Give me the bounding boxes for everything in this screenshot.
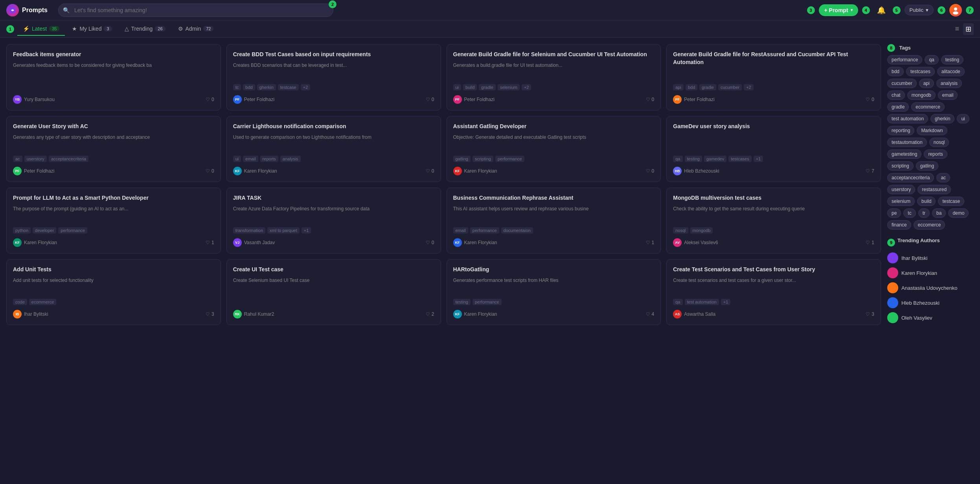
sidebar-tag[interactable]: restassured [917, 185, 951, 194]
card-item[interactable]: Carrier Lighthouse notification comparis… [226, 116, 441, 182]
sidebar-tag[interactable]: userstory [887, 185, 915, 194]
sidebar-tag[interactable]: ecommerce [911, 102, 945, 112]
card-likes[interactable]: ♡ 3 [866, 311, 874, 317]
sidebar-tag[interactable]: chat [887, 90, 905, 100]
card-item[interactable]: Feedback items generator Generates feedb… [6, 44, 221, 110]
card-likes[interactable]: ♡ 4 [646, 311, 655, 317]
card-tag[interactable]: cucumber [718, 84, 742, 90]
sidebar-tag[interactable]: ui [957, 114, 969, 123]
card-likes[interactable]: ♡ 7 [866, 168, 874, 174]
card-likes[interactable]: ♡ 2 [426, 311, 434, 317]
card-item[interactable]: Create UI Test case Create Selenium base… [226, 259, 441, 325]
card-tag[interactable]: reports [260, 156, 278, 162]
card-likes[interactable]: ♡ 3 [206, 311, 214, 317]
card-likes[interactable]: ♡ 0 [646, 168, 655, 174]
card-item[interactable]: Add Unit Tests Add unit tests for select… [6, 259, 221, 325]
card-tag[interactable]: email [243, 156, 258, 162]
card-item[interactable]: HARtoGatling Generates performance test … [447, 259, 661, 325]
list-view-button[interactable]: ≡ [952, 23, 962, 35]
sidebar-tag[interactable]: gatling [916, 161, 938, 171]
card-tag[interactable]: ecommerce [29, 299, 56, 305]
card-item[interactable]: Generate Build Gradle file for RestAssur… [666, 44, 881, 110]
card-tag[interactable]: tc [233, 84, 241, 90]
card-tag[interactable]: performance [473, 299, 502, 305]
card-likes[interactable]: ♡ 0 [206, 168, 214, 174]
card-tag[interactable]: api [673, 84, 684, 90]
trending-author-row[interactable]: Hleb Bzhezouski [887, 295, 974, 310]
card-item[interactable]: Business Communication Rephrase Assistan… [447, 188, 661, 254]
sidebar-tag[interactable]: gametesting [887, 149, 921, 159]
card-tag[interactable]: ui [233, 156, 241, 162]
sidebar-tag[interactable]: bdd [887, 67, 904, 76]
sidebar-tag[interactable]: scripting [887, 161, 914, 171]
card-tag[interactable]: qa [673, 156, 682, 162]
card-tag[interactable]: +2 [522, 84, 531, 90]
sidebar-tag[interactable]: acceptancecriteria [887, 173, 934, 182]
sidebar-tag[interactable]: testcase [938, 197, 964, 206]
card-item[interactable]: GameDev user story analysis qatestinggam… [666, 116, 881, 182]
card-tag[interactable]: testcase [278, 84, 299, 90]
trending-author-row[interactable]: Oleh Vasyliev [887, 310, 974, 325]
sidebar-tag[interactable]: gradle [887, 102, 909, 112]
card-tag[interactable]: python [13, 227, 31, 234]
tab-admin[interactable]: ⚙ Admin 72 [173, 22, 219, 36]
card-tag[interactable]: gradle [479, 84, 496, 90]
card-tag[interactable]: qa [673, 299, 682, 305]
sidebar-tag[interactable]: api [919, 79, 934, 88]
card-tag[interactable]: +2 [301, 84, 311, 90]
grid-view-button[interactable]: ⊞ [963, 23, 974, 35]
sidebar-tag[interactable]: testautomation [887, 138, 927, 147]
sidebar-tag[interactable]: cucumber [887, 79, 917, 88]
sidebar-tag[interactable]: finance [887, 220, 911, 230]
trending-author-row[interactable]: Anastasiia Udovychenko [887, 280, 974, 295]
card-tag[interactable]: bdd [686, 84, 697, 90]
sidebar-tag[interactable]: tc [903, 208, 916, 218]
card-tag[interactable]: performance [58, 227, 87, 234]
tab-my-liked[interactable]: ★ My Liked 3 [66, 22, 117, 36]
card-likes[interactable]: ♡ 0 [426, 240, 434, 245]
sidebar-tag[interactable]: reporting [887, 126, 914, 135]
card-tag[interactable]: testing [685, 156, 702, 162]
card-tag[interactable]: transformation [233, 227, 265, 234]
card-item[interactable]: Assistant Gatling Developer Objective: G… [447, 116, 661, 182]
card-tag[interactable]: testing [453, 299, 471, 305]
card-tag[interactable]: mongodb [690, 227, 713, 234]
card-tag[interactable]: gatling [453, 156, 471, 162]
card-tag[interactable]: nosql [673, 227, 688, 234]
card-tag[interactable]: +1 [302, 227, 311, 234]
sidebar-tag[interactable]: Markdown [917, 126, 947, 135]
card-tag[interactable]: email [453, 227, 468, 234]
card-tag[interactable]: bdd [243, 84, 255, 90]
notifications-button[interactable]: 🔔 [874, 4, 889, 16]
card-likes[interactable]: ♡ 0 [866, 97, 874, 102]
card-likes[interactable]: ♡ 1 [646, 240, 655, 245]
card-item[interactable]: Generate User Story with AC Generates an… [6, 116, 221, 182]
card-tag[interactable]: gherkin [257, 84, 276, 90]
add-prompt-button[interactable]: + Prompt ▾ [819, 4, 858, 16]
sidebar-tag[interactable]: email [938, 90, 958, 100]
card-item[interactable]: Create Test Scenarios and Test Cases fro… [666, 259, 881, 325]
card-likes[interactable]: ♡ 1 [866, 240, 874, 245]
card-tag[interactable]: testcases [728, 156, 751, 162]
sidebar-tag[interactable]: build [917, 197, 936, 206]
card-item[interactable]: JIRA TASK Create Azure Data Factory Pipe… [226, 188, 441, 254]
sidebar-tag[interactable]: nosql [929, 138, 949, 147]
card-item[interactable]: MongoDB multiversion test cases Check th… [666, 188, 881, 254]
sidebar-tag[interactable]: eccomerce [914, 220, 945, 230]
trending-author-row[interactable]: Ihar Bylitski [887, 250, 974, 265]
tab-latest[interactable]: ⚡ Latest 35 [17, 22, 65, 36]
card-tag[interactable]: build [463, 84, 477, 90]
sidebar-tag[interactable]: alitacode [937, 67, 965, 76]
card-tag[interactable]: analysis [280, 156, 301, 162]
sidebar-tag[interactable]: performance [887, 55, 922, 64]
card-tag[interactable]: +2 [744, 84, 754, 90]
sidebar-tag[interactable]: analysis [936, 79, 962, 88]
card-tag[interactable]: gradle [699, 84, 716, 90]
card-tag[interactable]: test automation [685, 299, 719, 305]
sidebar-tag[interactable]: pe [887, 208, 901, 218]
sidebar-tag[interactable]: qa [925, 55, 938, 64]
user-avatar[interactable] [949, 4, 962, 17]
card-tag[interactable]: scripting [473, 156, 493, 162]
card-tag[interactable]: userstory [24, 156, 47, 162]
card-tag[interactable]: acceptancecriteria [49, 156, 88, 162]
